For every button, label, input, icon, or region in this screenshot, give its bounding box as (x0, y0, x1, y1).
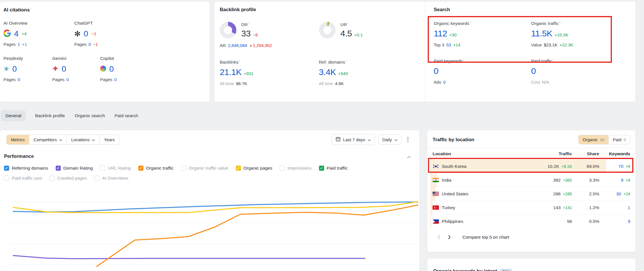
collapse-chevron-icon[interactable] (407, 154, 411, 159)
pages-value[interactable]: 1 (18, 42, 20, 47)
checkbox-checked-icon: ✓ (4, 166, 9, 171)
info-icon[interactable]: i (348, 22, 348, 25)
tab-backlink-profile[interactable]: Backlink profile (34, 110, 65, 121)
stat-paid-keywords: Paid keywordsi0Ads0 (434, 58, 531, 85)
flag-us-icon (433, 192, 439, 196)
dr-gauge-donut (220, 22, 236, 38)
stat-value[interactable]: 0 (434, 66, 438, 76)
metric-checkbox-domain-rating[interactable]: ✓Domain Rating (56, 166, 93, 171)
location-row-philippines[interactable]: Philippines580.5%9 (433, 215, 630, 228)
metric-checkbox-paid-traffic[interactable]: ✓Paid traffic (319, 166, 348, 171)
flag-tr-icon (433, 205, 439, 210)
toggle-organic[interactable]: Organic40 (579, 135, 608, 144)
location-row-india[interactable]: India382+3823.3%9+8 (433, 173, 630, 187)
keywords-value[interactable]: 9 (621, 178, 623, 183)
ar-value[interactable]: 2,848,084 (228, 43, 247, 48)
pages-value[interactable]: 0 (67, 77, 69, 82)
location-row-south-korea[interactable]: South Korea10.2K+9.1K89.0%70+6 (433, 160, 630, 173)
metric-checkbox-crawled-pages[interactable]: Crawled pages (50, 176, 87, 181)
location-name: Turkey (442, 205, 455, 210)
tab-general[interactable]: General (1, 110, 26, 121)
metric-checkbox-label: Organic traffic value (189, 166, 228, 171)
metric-checkbox-url-rating[interactable]: URL Rating (100, 166, 131, 171)
stat-value[interactable]: 11.5K (531, 29, 552, 38)
series-organic-pages (13, 202, 418, 213)
checkbox-unchecked-icon (50, 176, 55, 181)
calendar-icon (336, 137, 341, 142)
pages-value[interactable]: 0 (18, 77, 20, 82)
segment-metrics[interactable]: Metrics (7, 135, 29, 144)
stat-sub-row: All time4.6K (319, 81, 418, 86)
info-icon[interactable]: i (470, 21, 471, 24)
info-icon[interactable]: i (248, 22, 249, 25)
stat-sub-row: CostN/A (531, 80, 629, 85)
ai-pages-row: Pages0 (52, 77, 100, 82)
prev-page-button[interactable] (433, 232, 444, 243)
keywords-value[interactable]: 1 (628, 205, 630, 210)
ar-label: AR (220, 43, 226, 48)
location-row-turkey[interactable]: Turkey143+1411.2%1 (433, 201, 630, 215)
search-title: Search (434, 7, 629, 13)
info-icon[interactable]: i (560, 21, 560, 24)
segment-locations[interactable]: Locations (67, 135, 99, 144)
keywords-delta: +8 (626, 178, 630, 182)
metric-checkbox-organic-pages[interactable]: ✓Organic pages (236, 166, 273, 171)
info-icon[interactable]: i (239, 59, 240, 62)
metric-checkbox-referring-domains[interactable]: ✓Referring domains (4, 166, 48, 171)
tab-organic-search[interactable]: Organic search (74, 110, 105, 121)
header-share: Share (572, 151, 599, 156)
segment-years[interactable]: Years (99, 135, 119, 144)
info-icon[interactable]: i (346, 59, 347, 62)
more-options-button[interactable] (405, 135, 411, 144)
segment-label: Locations (71, 137, 90, 142)
metric-checkbox-impressions[interactable]: Impressions (280, 166, 312, 171)
metric-checkbox-organic-traffic-value[interactable]: Organic traffic value (181, 166, 228, 171)
stat-value[interactable]: 112 (434, 29, 447, 38)
segment-competitors[interactable]: Competitors (29, 135, 67, 144)
traffic-value: 143 (553, 205, 561, 210)
stat-value[interactable]: 3.4K (319, 68, 336, 77)
stat-sub-value[interactable]: 53 (446, 42, 451, 47)
perplexity-icon: ✳ (3, 66, 9, 72)
stat-value[interactable]: 0 (531, 66, 536, 76)
keywords-value[interactable]: 9 (628, 219, 630, 224)
metric-checkbox-label: URL Rating (108, 166, 131, 171)
metric-checkbox-ai-overviews[interactable]: AI Overviews (94, 176, 128, 181)
pages-label: Pages (3, 77, 16, 82)
stat-sub-value[interactable]: 0 (443, 80, 445, 85)
pages-value[interactable]: 0 (89, 42, 91, 47)
info-icon[interactable]: i (464, 58, 464, 61)
ai-stat-label: Copilot (100, 56, 205, 61)
toggle-count: 40 (600, 138, 605, 142)
ai-stat-delta: +4 (22, 31, 27, 36)
segment-label: Competitors (34, 137, 57, 142)
stat-delta: +30 (449, 32, 456, 37)
stat-backlinks: Backlinksi21.1K+931All time98.7K (220, 59, 319, 86)
checkbox-checked-icon: ✓ (319, 166, 324, 171)
keywords-value[interactable]: 30 (616, 191, 621, 197)
tab-bar: GeneralBacklink profileOrganic searchPai… (1, 110, 139, 121)
info-icon[interactable]: i (553, 58, 553, 61)
flag-kr-icon (433, 164, 439, 168)
ai-citations-row2: Perplexity✳0Pages0Gemini0Pages0Copilot0P… (3, 56, 205, 82)
next-page-button[interactable] (444, 232, 455, 243)
share-value: 0.5% (572, 219, 599, 224)
location-row-united-states[interactable]: United States286+2852.5%30+24 (433, 187, 630, 201)
toggle-paid[interactable]: Paid0 (608, 135, 630, 144)
ai-citations-card: AI citationsi AI Overview4+4Pages1+1Chat… (0, 2, 209, 102)
info-icon[interactable]: i (31, 7, 31, 10)
stat-sub-row: Value$23.1K+22.3K (531, 42, 629, 47)
metric-checkbox-organic-traffic[interactable]: ✓Organic traffic (138, 166, 174, 171)
metric-checkbox-paid-traffic-cost[interactable]: Paid traffic cost (4, 176, 42, 181)
keywords-value[interactable]: 70 (618, 164, 623, 169)
stat-organic-traffic: Organic traffici11.5K+10.3KValue$23.1K+2… (531, 21, 629, 47)
ur-label: URi (341, 22, 363, 27)
compare-top5-link[interactable]: Compare top 5 on chart (462, 235, 509, 240)
header-keywords: Keywords (599, 151, 630, 156)
pages-label: Pages (74, 42, 87, 47)
tab-paid-search[interactable]: Paid search (114, 110, 139, 121)
stat-value[interactable]: 21.1K (220, 68, 242, 77)
date-range-button[interactable]: Last 7 days (332, 134, 375, 145)
pages-value[interactable]: 0 (114, 77, 117, 82)
granularity-button[interactable]: Daily (378, 135, 402, 145)
